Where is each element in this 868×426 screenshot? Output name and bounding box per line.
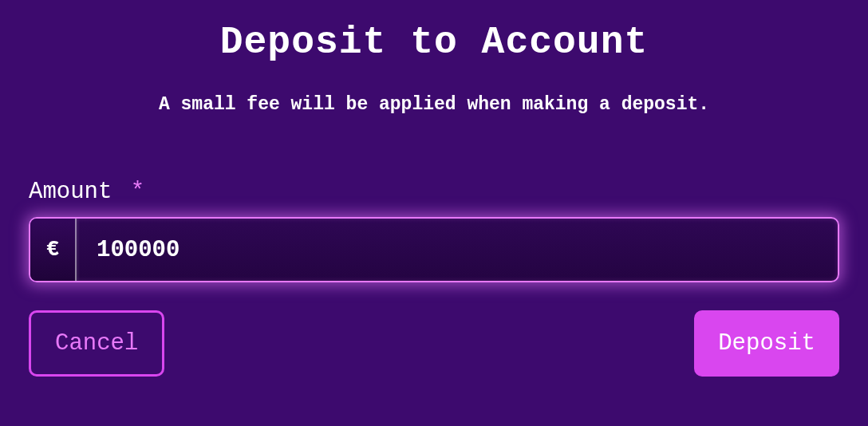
currency-symbol: € [30,219,77,281]
amount-input-group: € [29,217,839,282]
amount-label: Amount [29,179,112,205]
dialog-subtitle: A small fee will be applied when making … [29,94,839,115]
button-row: Cancel Deposit [29,310,839,377]
dialog-title: Deposit to Account [29,21,839,64]
amount-label-row: Amount * [29,179,839,205]
cancel-button[interactable]: Cancel [29,310,164,377]
amount-field: Amount * € [29,179,839,282]
amount-input[interactable] [77,219,838,281]
deposit-button[interactable]: Deposit [694,310,839,377]
deposit-dialog: Deposit to Account A small fee will be a… [0,0,868,392]
required-indicator: * [131,179,144,205]
